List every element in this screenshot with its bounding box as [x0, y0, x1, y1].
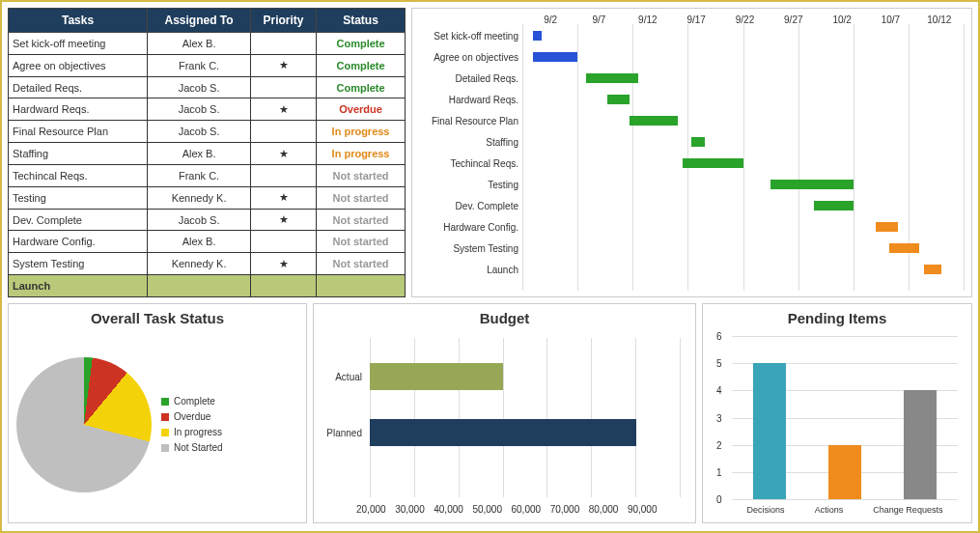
budget-tick: 90,000: [628, 504, 680, 515]
gantt-row-label: Staffing: [416, 137, 524, 148]
pending-ytick: 5: [716, 358, 722, 369]
status-cell: Complete: [317, 76, 406, 98]
gantt-row-label: Testing: [416, 180, 524, 190]
table-header: Status: [317, 9, 406, 33]
table-row: System TestingKennedy K.★Not started: [9, 253, 406, 275]
gantt-row: Testing: [416, 174, 964, 195]
budget-title: Budget: [322, 310, 687, 326]
priority-cell: ★: [251, 98, 317, 121]
assigned-cell: Frank C.: [148, 54, 251, 76]
table-header: Assigned To: [148, 9, 251, 33]
legend-item: In progress: [161, 427, 223, 437]
gantt-row: Techincal Reqs.: [416, 153, 964, 174]
gantt-row: Agree on objectives: [416, 46, 964, 68]
pie-chart: [16, 357, 152, 492]
priority-cell: [251, 231, 317, 253]
pending-xtick: Actions: [815, 505, 844, 515]
table-row: Hardward Reqs.Jacob S.★Overdue: [9, 98, 406, 121]
task-cell: Agree on objectives: [9, 54, 148, 76]
gantt-row: Launch: [416, 259, 964, 280]
gantt-row-label: Launch: [416, 265, 524, 275]
status-cell: Complete: [317, 33, 406, 55]
budget-planned-bar: [370, 419, 636, 446]
task-cell: Final Resource Plan: [9, 121, 148, 143]
status-cell: In progress: [317, 121, 406, 143]
legend-item: Complete: [161, 396, 223, 407]
status-cell: In progress: [317, 143, 406, 165]
task-cell: Testing: [9, 186, 148, 209]
task-cell: System Testing: [9, 253, 148, 275]
empty-cell: [251, 275, 317, 297]
priority-cell: [251, 164, 317, 186]
table-header: Priority: [251, 9, 317, 33]
budget-planned-label: Planned: [322, 428, 366, 438]
gantt-row-label: Hardware Config.: [416, 222, 524, 233]
priority-cell: ★: [251, 143, 317, 165]
gantt-bar: [683, 158, 744, 168]
gantt-row-label: Agree on objectives: [416, 52, 524, 63]
table-row: Techincal Reqs.Frank C.Not started: [9, 164, 406, 186]
task-cell: Dev. Complete: [9, 209, 148, 231]
legend-label: Overdue: [174, 411, 210, 422]
launch-row: Launch: [9, 275, 406, 297]
legend-label: Not Started: [174, 442, 223, 453]
gantt-bar: [533, 52, 577, 62]
task-cell: Hardware Config.: [9, 231, 148, 253]
gantt-bar: [924, 265, 941, 274]
pending-panel: Pending Items DecisionsActionsChange Req…: [702, 303, 972, 523]
overall-status-panel: Overall Task Status CompleteOverdueIn pr…: [8, 303, 307, 523]
priority-cell: [251, 33, 317, 55]
priority-cell: ★: [251, 209, 317, 231]
gantt-row-label: Detailed Reqs.: [416, 73, 524, 84]
gantt-chart: 9/29/79/129/179/229/2710/210/710/12 Set …: [411, 8, 972, 297]
status-cell: Overdue: [317, 98, 406, 121]
table-header: Tasks: [9, 9, 148, 33]
table-row: Agree on objectivesFrank C.★Complete: [9, 54, 406, 76]
priority-cell: [251, 121, 317, 143]
legend-swatch: [161, 444, 169, 452]
assigned-cell: Frank C.: [148, 164, 251, 186]
pending-ytick: 1: [716, 466, 722, 477]
pending-ytick: 2: [716, 439, 722, 450]
overall-title: Overall Task Status: [16, 310, 298, 326]
legend-item: Not Started: [161, 442, 223, 453]
table-row: Set kick-off meetingAlex B.Complete: [9, 33, 406, 55]
gantt-bar: [607, 95, 630, 104]
priority-cell: [251, 76, 317, 98]
priority-cell: ★: [251, 54, 317, 76]
legend-swatch: [161, 429, 169, 436]
pending-bar: [828, 445, 861, 499]
gantt-row: Hardware Config.: [416, 216, 964, 238]
assigned-cell: Jacob S.: [148, 98, 251, 121]
task-cell: Set kick-off meeting: [9, 33, 148, 55]
assigned-cell: Alex B.: [148, 231, 251, 253]
gantt-row-label: Set kick-off meeting: [416, 31, 524, 42]
gantt-bar: [876, 222, 898, 232]
task-cell: Techincal Reqs.: [9, 164, 148, 186]
assigned-cell: Jacob S.: [148, 121, 251, 143]
table-row: Hardware Config.Alex B.Not started: [9, 231, 406, 253]
status-cell: Not started: [317, 164, 406, 186]
budget-actual-label: Actual: [322, 372, 366, 382]
gantt-row: Final Resource Plan: [416, 110, 964, 131]
launch-label: Launch: [9, 275, 148, 297]
gantt-row-label: System Testing: [416, 243, 524, 254]
task-cell: Detailed Reqs.: [9, 76, 148, 98]
assigned-cell: Kennedy K.: [148, 253, 251, 275]
table-row: Dev. CompleteJacob S.★Not started: [9, 209, 406, 231]
table-row: Detailed Reqs.Jacob S.Complete: [9, 76, 406, 98]
legend-item: Overdue: [161, 411, 223, 422]
gantt-bar: [889, 243, 920, 253]
table-row: TestingKennedy K.★Not started: [9, 186, 406, 209]
legend-swatch: [161, 413, 169, 421]
pending-ytick: 0: [716, 494, 722, 505]
pending-bar: [753, 363, 786, 499]
empty-cell: [317, 275, 406, 297]
gantt-row: Hardward Reqs.: [416, 89, 964, 110]
gantt-bar: [533, 31, 542, 41]
legend-label: In progress: [174, 427, 222, 437]
assigned-cell: Jacob S.: [148, 76, 251, 98]
priority-cell: ★: [251, 186, 317, 209]
budget-actual-bar: [370, 363, 503, 390]
legend-swatch: [161, 398, 169, 406]
